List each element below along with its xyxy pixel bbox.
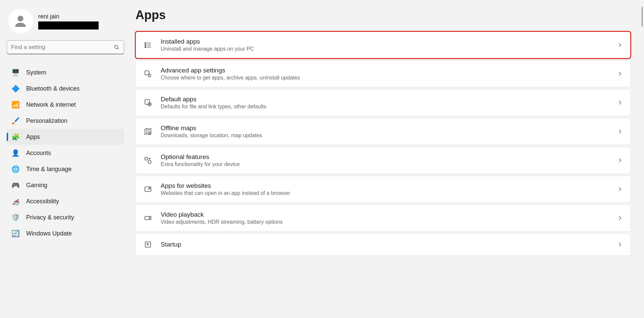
personalization-icon: 🖌️ [11, 117, 19, 125]
user-email-redacted [38, 21, 99, 30]
settings-card-list: Installed appsUninstall and manage apps … [136, 32, 631, 256]
privacy-icon: 🛡️ [11, 213, 19, 221]
user-profile[interactable]: reni jain [7, 7, 124, 38]
system-icon: 🖥️ [11, 68, 19, 76]
sidebar-item-personalization[interactable]: 🖌️Personalization [7, 113, 124, 129]
settings-card-video[interactable]: Video playbackVideo adjustments, HDR str… [136, 205, 631, 231]
sidebar-item-time[interactable]: 🌐Time & language [7, 161, 124, 177]
svg-rect-19 [145, 157, 148, 160]
card-title: Startup [161, 241, 617, 248]
svg-line-2 [117, 48, 119, 49]
video-icon [143, 213, 153, 223]
card-title: Video playback [161, 211, 617, 218]
bluetooth-icon: 🔷 [11, 85, 19, 93]
svg-rect-4 [145, 45, 146, 46]
defaults-icon [143, 98, 153, 107]
user-text: reni jain [38, 13, 99, 30]
time-icon: 🌐 [11, 165, 19, 173]
sidebar-item-label: Bluetooth & devices [26, 85, 79, 92]
sidebar-item-label: Accessibility [26, 198, 59, 205]
optional-icon [143, 156, 153, 165]
search-box[interactable] [7, 40, 124, 54]
search-icon [114, 44, 120, 50]
sidebar-item-label: Apps [26, 134, 40, 141]
chevron-right-icon [617, 128, 623, 135]
settings-card-defaults[interactable]: Default appsDefaults for file and link t… [136, 89, 631, 116]
scrollbar[interactable] [642, 7, 643, 27]
accessibility-icon: 🦽 [11, 197, 19, 205]
sidebar-item-label: Personalization [26, 117, 67, 124]
sidebar-item-label: Gaming [26, 182, 47, 189]
gaming-icon: 🎮 [11, 181, 19, 189]
card-description: Video adjustments, HDR streaming, batter… [161, 219, 617, 225]
chevron-right-icon [617, 186, 623, 192]
websites-icon [143, 184, 153, 194]
sidebar-item-system[interactable]: 🖥️System [7, 64, 124, 81]
sidebar-item-gaming[interactable]: 🎮Gaming [7, 177, 124, 193]
settings-card-installed[interactable]: Installed appsUninstall and manage apps … [136, 32, 631, 58]
sidebar-item-network[interactable]: 📶Network & internet [7, 97, 124, 113]
maps-icon [143, 127, 153, 136]
installed-icon [143, 40, 153, 50]
sidebar-item-accounts[interactable]: 👤Accounts [7, 145, 124, 161]
svg-point-1 [115, 45, 118, 49]
svg-marker-15 [145, 128, 151, 135]
update-icon: 🔄 [11, 229, 19, 237]
card-title: Default apps [161, 96, 617, 103]
settings-card-advanced[interactable]: Advanced app settingsChoose where to get… [136, 60, 631, 87]
chevron-right-icon [617, 242, 623, 248]
sidebar-item-accessibility[interactable]: 🦽Accessibility [7, 193, 124, 209]
chevron-right-icon [617, 42, 623, 48]
settings-card-startup[interactable]: Startup [136, 233, 631, 256]
card-title: Offline maps [161, 124, 617, 132]
sidebar: reni jain 🖥️System🔷Bluetooth & devices📶N… [0, 0, 131, 318]
main-content: Apps Installed appsUninstall and manage … [131, 0, 644, 318]
sidebar-item-bluetooth[interactable]: 🔷Bluetooth & devices [7, 81, 124, 97]
svg-rect-25 [145, 216, 149, 220]
sidebar-item-apps[interactable]: 🧩Apps [7, 129, 124, 145]
svg-rect-5 [145, 47, 146, 48]
card-description: Websites that can open in an app instead… [161, 190, 617, 196]
svg-rect-20 [148, 161, 151, 163]
svg-line-24 [148, 188, 150, 190]
card-title: Apps for websites [161, 182, 617, 190]
card-description: Extra functionality for your device [161, 161, 617, 167]
sidebar-item-label: Network & internet [26, 101, 76, 108]
sidebar-item-label: Accounts [26, 150, 51, 157]
apps-icon: 🧩 [11, 133, 19, 141]
avatar [8, 9, 33, 34]
sidebar-item-label: Privacy & security [26, 214, 74, 221]
chevron-right-icon [617, 157, 623, 163]
chevron-right-icon [617, 100, 623, 106]
card-description: Choose where to get apps, archive apps, … [161, 75, 617, 81]
sidebar-item-label: Windows Update [26, 230, 72, 237]
page-title: Apps [136, 8, 631, 22]
card-title: Advanced app settings [161, 67, 617, 74]
user-name: reni jain [38, 13, 99, 20]
card-description: Defaults for file and link types, other … [161, 104, 617, 110]
card-description: Downloads, storage location, map updates [161, 132, 617, 139]
svg-rect-9 [145, 71, 149, 75]
search-input[interactable] [11, 44, 114, 51]
settings-card-maps[interactable]: Offline mapsDownloads, storage location,… [136, 118, 631, 145]
user-icon [13, 13, 28, 29]
card-title: Installed apps [161, 38, 617, 45]
startup-icon [143, 240, 153, 249]
svg-rect-3 [145, 43, 146, 44]
sidebar-item-privacy[interactable]: 🛡️Privacy & security [7, 209, 124, 225]
settings-card-optional[interactable]: Optional featuresExtra functionality for… [136, 147, 631, 174]
nav: 🖥️System🔷Bluetooth & devices📶Network & i… [7, 64, 124, 242]
accounts-icon: 👤 [11, 149, 19, 157]
sidebar-item-label: System [26, 69, 46, 76]
sidebar-item-update[interactable]: 🔄Windows Update [7, 225, 124, 242]
card-description: Uninstall and manage apps on your PC [161, 46, 617, 52]
chevron-right-icon [617, 215, 623, 221]
svg-point-0 [17, 16, 23, 21]
svg-point-10 [148, 74, 151, 77]
settings-card-websites[interactable]: Apps for websitesWebsites that can open … [136, 176, 631, 203]
svg-rect-13 [145, 100, 150, 104]
sidebar-item-label: Time & language [26, 166, 71, 173]
chevron-right-icon [617, 71, 623, 77]
network-icon: 📶 [11, 101, 19, 109]
advanced-icon [143, 69, 153, 78]
